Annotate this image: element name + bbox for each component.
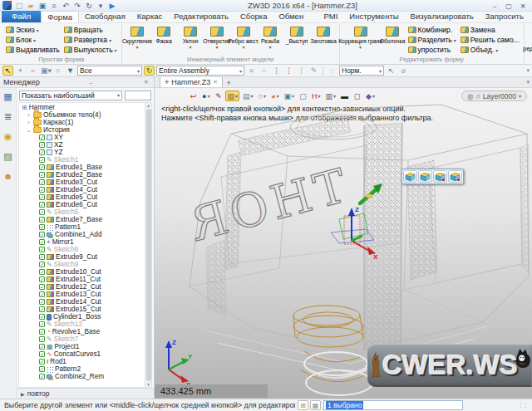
tree-item-extrude10_cut[interactable]: ✓Extrude10_Cut [19,268,151,276]
maximize-button[interactable]: ▢ [502,1,515,10]
collapse-icon[interactable]: ⌄ [26,126,32,134]
view-capture-icon[interactable]: ▣▾ [40,66,51,76]
visibility-checkbox[interactable]: ✓ [39,254,45,260]
tree-item-extrude13_cut[interactable]: ✓Extrude13_Cut [19,291,151,298]
tree-item-extrude11_cut[interactable]: ✓Extrude11_Cut [19,276,151,283]
regen-icon[interactable]: ↻ [144,66,155,76]
visibility-checkbox[interactable]: ✓ [39,314,45,320]
modify-face-button[interactable] [448,170,462,183]
ribbon-button-коррекция грани[interactable]: Коррекция грани▾ [342,25,379,50]
ribbon-button-фаска[interactable]: Фаска [151,25,177,44]
tree-item-sketch1[interactable]: ✓✎Sketch1 [19,156,151,164]
tree-item-sketch7[interactable]: ✓✎Sketch7 [19,335,151,343]
prompt-toggle-icon[interactable]: ⊞ [298,400,308,410]
ribbon-tab-9[interactable]: Запросить [480,11,530,22]
ribbon-button-блок[interactable]: Блок▾ [4,35,62,45]
panel-close-icon[interactable]: ✕ [142,79,150,86]
select-cursor-icon[interactable]: ↖ [2,66,13,76]
delete-face-button[interactable] [433,170,447,183]
visibility-checkbox[interactable]: ✓ [39,247,45,252]
visibility-checkbox[interactable]: ✓ [39,329,45,335]
selection-field[interactable]: 1 выбрано [323,400,463,410]
tree-search-box[interactable] [125,91,151,100]
visibility-checkbox[interactable]: ✓ [39,135,45,140]
tree-item-sketch5[interactable]: ✓✎Sketch5 [19,208,151,216]
visibility-checkbox[interactable]: ✓ [39,202,45,208]
add-pick-icon[interactable]: + [15,66,26,76]
redo-icon[interactable]: ↷ [72,1,82,11]
visibility-checkbox[interactable]: ✓ [39,344,45,350]
print-icon[interactable]: ≡ [49,1,59,11]
caret-icon[interactable]: ▾ [96,1,106,11]
manager-tab-user[interactable]: ☻ [3,171,13,182]
tree-item-extrude1_base[interactable]: ✓Extrude1_Base [19,164,151,171]
isolate-face-button[interactable] [403,170,417,183]
visibility-checkbox[interactable]: ✓ [39,172,45,178]
tree-folder-2[interactable]: ⌄История [19,126,151,134]
visibility-checkbox[interactable]: ✓ [39,299,45,305]
ribbon-button-вращать[interactable]: Вращать [62,25,119,35]
tree-item-extrude14_cut[interactable]: ✓Extrude14_Cut [19,298,151,306]
filter-list2-icon[interactable]: ≡ [259,66,269,76]
tree-item-project1[interactable]: ✓▦Project1 [19,343,151,350]
panel-pin-icon[interactable]: – [86,80,95,86]
visibility-checkbox[interactable]: ✓ [39,149,45,155]
tree-item-extrude4_cut[interactable]: ✓Extrude4_Cut [19,186,151,193]
ribbon-button-комбинир.[interactable]: Комбинир. [406,25,458,35]
tree-item-extrude12_cut[interactable]: ✓Extrude12_Cut [19,283,151,291]
tree-item-extrude2_base[interactable]: ✓Extrude2_Base [19,171,151,179]
stack-blue-icon[interactable]: ⋮ [271,66,282,76]
scope-combo[interactable]: Entire Assembly▾ [156,66,244,76]
expand-icon[interactable]: › [26,119,32,126]
visibility-checkbox[interactable]: ✓ [39,224,45,230]
visibility-checkbox[interactable]: ✓ [39,157,45,163]
ribbon-button-резьба[interactable]: Резьба▾ [258,25,283,50]
visibility-checkbox[interactable]: ✓ [39,262,45,267]
tree-item-pattern2[interactable]: ✓Pattern2 [19,365,151,373]
close-button[interactable]: ✕ [516,1,530,10]
expand-icon[interactable]: › [26,111,32,119]
manager-tab-history[interactable]: ▦ [3,91,12,102]
stack-gray-icon[interactable]: ⋮ [296,66,307,76]
pick-filter-icon[interactable]: ▼ [65,66,76,76]
snap-combo[interactable]: Норм.▾ [339,66,384,76]
visibility-checkbox[interactable]: ✓ [39,359,45,365]
remove-pick-icon[interactable]: − [27,66,38,76]
file-menu-button[interactable]: Файл [2,11,41,22]
orient-face-button[interactable] [418,170,432,183]
visibility-checkbox[interactable]: ✓ [39,187,45,193]
ghost-display-icon[interactable]: ◌ [327,66,337,76]
lasso-icon[interactable]: ○ [52,66,63,76]
model-canvas[interactable]: + Hammer.Z3 ✕ + ▾ ↩●▾✎▧▾▤▾○▾◕▾▣▾▢H▾▥▾▬◻◆… [155,77,532,399]
visibility-checkbox[interactable]: ✓ [39,336,45,342]
ribbon-button-ребро жест.[interactable]: Ребро жест.▾ [231,25,257,50]
tree-item-extrude7_base[interactable]: ✓Extrude7_Base [19,216,151,223]
visibility-checkbox[interactable]: ✓ [39,164,45,170]
tree-item-extrude9_cut[interactable]: ✓Extrude9_Cut [19,253,151,261]
replay-footer[interactable]: ▶ повтор [17,388,154,399]
ribbon-button-решить само...[interactable]: Решить само... [459,35,521,45]
stack-red-icon[interactable]: ⋮ [283,66,294,76]
ribbon-button-выдавливать[interactable]: Выдавливать [4,45,62,55]
scroll-down-icon[interactable]: ▼ [146,382,150,387]
ribbon-button-объед.[interactable]: Объед.▾ [459,45,521,55]
scroll-thumb[interactable] [146,109,151,381]
visibility-checkbox[interactable]: ✓ [39,351,45,357]
ribbon-button-выпуклость[interactable]: Выпуклость▾ [62,45,119,55]
simple-edit-button[interactable]: Простоередактирование ▾ [527,25,532,52]
visibility-checkbox[interactable]: ✓ [39,291,45,297]
visibility-checkbox[interactable]: ✓ [39,366,45,372]
visibility-checkbox[interactable]: ✓ [39,142,45,148]
pick-arrow-icon[interactable]: ↖ [386,66,397,76]
ribbon-button-оболочка[interactable]: Оболочка [380,25,406,44]
ribbon-button-упростить[interactable]: упростить [406,45,458,55]
ribbon-button-замена[interactable]: Замена [459,25,521,35]
minimize-button[interactable]: – [488,1,501,10]
ribbon-button-_выступ[interactable]: _Выступ [284,25,310,44]
tree-item-combine1_add[interactable]: ✓Combine1_Add [19,231,151,238]
tree-item-extrude5_cut[interactable]: ✓Extrude5_Cut [19,193,151,201]
tree-item-sketch6[interactable]: ✓✎Sketch6 [19,246,151,253]
paint-icon[interactable]: ✎ [308,66,319,76]
tree-item-revolve1_base[interactable]: ✓◔Revolve1_Base [19,328,151,335]
filter-list-icon[interactable]: ≡ [246,66,257,76]
